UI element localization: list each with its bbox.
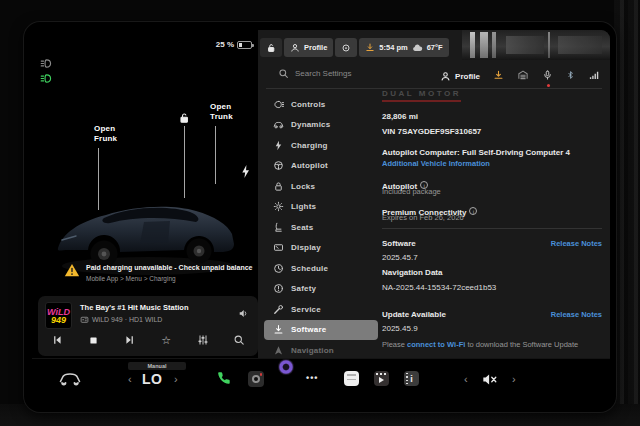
sidebar-item-seats[interactable]: Seats xyxy=(264,217,378,238)
warning-title: Paid charging unavailable - Check unpaid… xyxy=(86,264,253,271)
sidebar-item-label: Seats xyxy=(291,223,313,232)
status-panel: 25 % Open Frunk Open Trunk xyxy=(32,30,258,358)
camera-app-icon[interactable] xyxy=(248,371,264,387)
notebook-app-icon[interactable]: i xyxy=(404,371,419,386)
media-search-icon[interactable] xyxy=(232,333,246,347)
lock-icon xyxy=(273,181,284,192)
navigation-arrow-icon xyxy=(273,345,284,356)
trunk-lead-line xyxy=(215,126,216,184)
volume-up-chevron[interactable]: › xyxy=(512,374,516,385)
open-frunk-button[interactable]: Open Frunk xyxy=(94,124,117,144)
open-trunk-button[interactable]: Open Trunk xyxy=(210,102,233,122)
launcher-bar: Manual ‹ LO › ••• i ‹ › xyxy=(32,358,610,406)
connect-to-wifi-link[interactable]: connect to Wi-Fi xyxy=(407,340,465,349)
lightning-icon xyxy=(273,140,284,151)
update-release-notes-link[interactable]: Release Notes xyxy=(551,310,602,319)
search-settings-field[interactable]: Search Settings xyxy=(278,68,351,79)
round-app-icon[interactable] xyxy=(278,359,294,375)
sidebar-item-label: Autopilot xyxy=(291,161,328,170)
dual-motor-badge: DUAL MOTOR xyxy=(382,89,461,102)
album-art-text-2: 949 xyxy=(51,315,66,325)
settings-sidebar: Controls Dynamics Charging Autopilot Loc… xyxy=(264,94,378,361)
messages-app-icon[interactable] xyxy=(344,371,359,386)
sidebar-item-label: Charging xyxy=(291,141,328,150)
sidebar-item-label: Service xyxy=(291,305,321,314)
gear-icon xyxy=(341,43,351,53)
sidebar-item-label: Locks xyxy=(291,182,315,191)
navigation-data-label: Navigation Data xyxy=(382,268,442,277)
additional-vehicle-info-link[interactable]: Additional Vehicle Information xyxy=(382,159,490,168)
sun-icon xyxy=(273,201,284,212)
autopilot-computer: Autopilot Computer: Full Self-Driving Co… xyxy=(382,148,570,157)
odometer: 28,806 mi xyxy=(382,112,418,121)
phone-app-icon[interactable] xyxy=(216,370,232,390)
sidebar-item-charging[interactable]: Charging xyxy=(264,135,378,156)
mute-speaker-icon[interactable] xyxy=(482,372,498,390)
battery-status: 25 % xyxy=(172,40,252,49)
warning-subtitle: Mobile App > Menu > Charging xyxy=(86,275,176,282)
software-label: Software xyxy=(382,239,416,248)
headlights-on-indicator-icon xyxy=(40,71,53,89)
sidebar-item-schedule[interactable]: Schedule xyxy=(264,258,378,279)
sidebar-item-label: Schedule xyxy=(291,264,328,273)
controls-icon xyxy=(273,99,284,110)
audio-output-icon[interactable] xyxy=(238,305,249,323)
steering-wheel-icon xyxy=(273,160,284,171)
media-title: The Bay's #1 Hit Music Station xyxy=(80,303,188,312)
sidebar-item-autopilot[interactable]: Autopilot xyxy=(264,156,378,177)
media-player[interactable]: WiLD 949 The Bay's #1 Hit Music Station … xyxy=(38,296,258,356)
sentry-status[interactable] xyxy=(335,38,357,57)
screen-reflection xyxy=(462,30,610,60)
update-download-icon xyxy=(365,42,375,53)
software-content: DUAL MOTOR 28,806 mi VIN 7SAYGDEF9SF3106… xyxy=(382,30,606,358)
sidebar-item-dynamics[interactable]: Dynamics xyxy=(264,115,378,136)
car-controls-icon[interactable] xyxy=(58,369,82,391)
volume-down-chevron[interactable]: ‹ xyxy=(464,374,468,385)
album-art[interactable]: WiLD 949 xyxy=(45,302,72,329)
person-icon xyxy=(290,43,300,53)
sidebar-item-display[interactable]: Display xyxy=(264,238,378,259)
display-icon xyxy=(273,242,284,253)
lock-status[interactable] xyxy=(260,38,282,57)
sidebar-item-safety[interactable]: Safety xyxy=(264,279,378,300)
sidebar-item-label: Display xyxy=(291,243,321,252)
temp-down-chevron[interactable]: ‹ xyxy=(128,374,132,385)
sidebar-item-label: Safety xyxy=(291,284,316,293)
wifi-hint-prefix: Please xyxy=(382,340,407,349)
notebook-glyph: i xyxy=(410,374,413,384)
sidebar-item-software[interactable]: Software xyxy=(264,320,378,341)
seat-icon xyxy=(273,222,284,233)
section-divider xyxy=(382,228,602,229)
software-release-notes-link[interactable]: Release Notes xyxy=(551,239,602,248)
temp-up-chevron[interactable]: › xyxy=(174,374,178,385)
sidebar-item-lights[interactable]: Lights xyxy=(264,197,378,218)
update-available-label: Update Available xyxy=(382,310,446,319)
unlocked-icon xyxy=(266,43,276,53)
temperature-value[interactable]: LO xyxy=(142,371,162,387)
favorite-star-icon[interactable]: ☆ xyxy=(159,333,173,347)
navigation-data-version: NA-2025.44-15534-72ceed1b53 xyxy=(382,283,496,292)
more-apps-icon[interactable]: ••• xyxy=(306,373,318,383)
wifi-hint: Please connect to Wi-Fi to download the … xyxy=(382,340,578,349)
sidebar-item-controls[interactable]: Controls xyxy=(264,94,378,115)
previous-track-icon[interactable] xyxy=(50,333,64,347)
info-icon[interactable]: i xyxy=(469,207,477,215)
next-track-icon[interactable] xyxy=(123,333,137,347)
sidebar-item-label: Lights xyxy=(291,202,316,211)
sidebar-item-label: Software xyxy=(291,325,326,334)
radio-icon xyxy=(80,315,89,324)
sidebar-item-locks[interactable]: Locks xyxy=(264,176,378,197)
theater-app-icon[interactable] xyxy=(374,371,389,386)
wrench-icon xyxy=(273,304,284,315)
equalizer-icon[interactable] xyxy=(196,333,210,347)
sidebar-item-service[interactable]: Service xyxy=(264,299,378,320)
profile-status[interactable]: Profile xyxy=(284,38,333,57)
background-wall xyxy=(614,0,640,426)
search-icon xyxy=(278,68,289,79)
stop-icon[interactable] xyxy=(86,333,100,347)
premium-connectivity-value: Expires on Feb 26, 2026 xyxy=(382,213,464,222)
open-frunk-label-line2: Frunk xyxy=(94,134,117,144)
autopilot-value: Included package xyxy=(382,187,441,196)
search-placeholder: Search Settings xyxy=(295,69,351,78)
media-subtitle-row: WiLD 949 · HD1 WILD xyxy=(80,315,162,324)
